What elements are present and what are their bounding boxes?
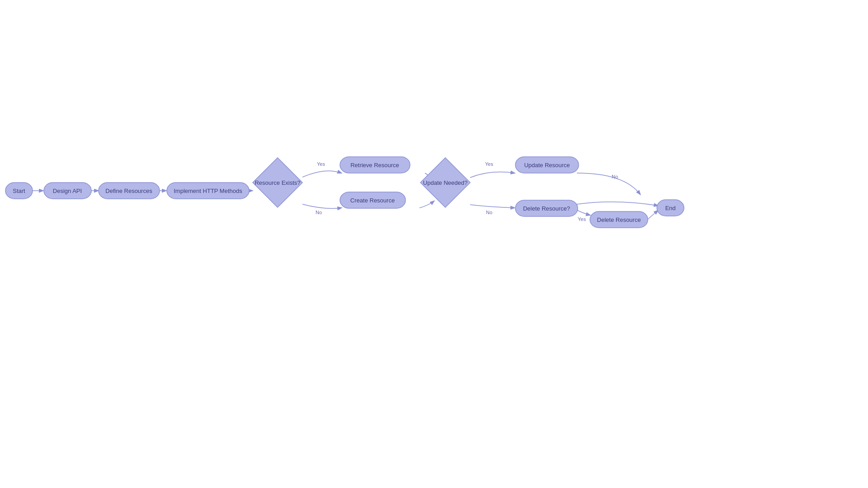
edge-label-yes-delete: Yes [578, 216, 586, 222]
node-end-label: End [665, 205, 675, 211]
edge-update-no [470, 205, 514, 208]
edge-label-yes-update: Yes [485, 161, 493, 167]
node-create-resource-label: Create Resource [350, 197, 395, 204]
node-retrieve-resource-label: Retrieve Resource [350, 162, 399, 169]
edge-update-yes [470, 172, 514, 178]
edge-deleteq-end-no [577, 202, 658, 206]
edge-delete-end [647, 211, 658, 220]
edge-label-no-lower: No [316, 210, 322, 215]
edge-updateresource-end [577, 173, 640, 194]
edge-label-no-update: No [612, 174, 618, 179]
node-define-resources-label: Define Resources [105, 188, 152, 194]
node-resource-exists-label: Resource Exists? [255, 179, 300, 186]
node-delete-resource-q-label: Delete Resource? [523, 205, 570, 212]
edge-label-yes-upper: Yes [317, 161, 325, 167]
node-update-resource-label: Update Resource [524, 162, 570, 169]
edge-exists-retrieve [302, 171, 341, 177]
edge-create-update [420, 201, 434, 208]
node-design-api-label: Design API [53, 188, 82, 194]
flowchart-svg: Yes No Yes No No Yes Start Design API De… [0, 0, 868, 488]
edge-deleteq-delete [577, 210, 590, 215]
node-start-label: Start [13, 188, 25, 194]
node-update-needed-label: Update Needed? [423, 179, 467, 186]
edge-label-no-delete: No [486, 210, 492, 215]
edge-exists-create [302, 204, 341, 208]
node-implement-http-label: Implement HTTP Methods [174, 188, 242, 194]
node-delete-resource-label: Delete Resource [597, 216, 641, 223]
